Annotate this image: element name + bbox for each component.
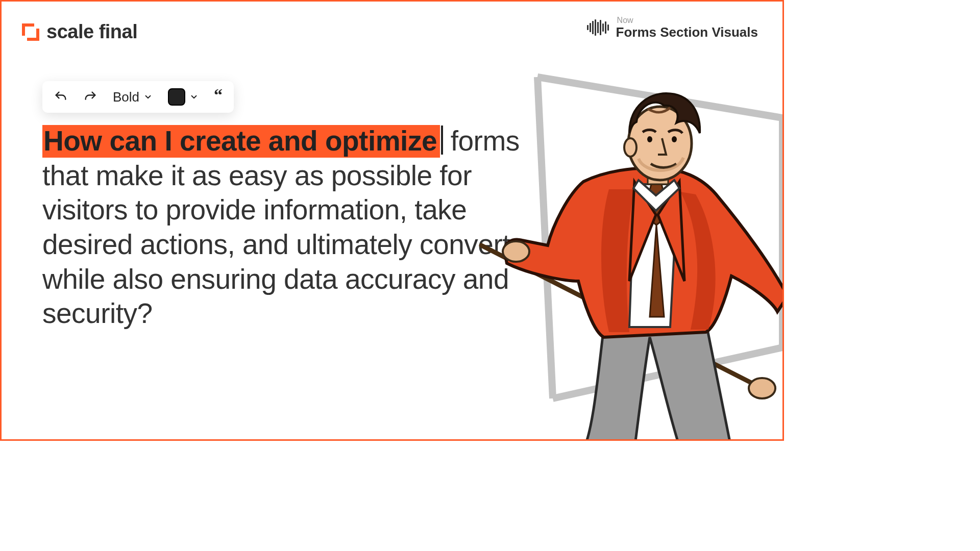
now-title: Forms Section Visuals [616, 25, 758, 40]
brand-name: scale final [46, 21, 137, 43]
now-label: Now [617, 16, 758, 25]
now-playing: Now Forms Section Visuals [587, 16, 758, 39]
undo-icon [54, 90, 68, 104]
svg-point-8 [672, 136, 677, 142]
quote-icon: “ [214, 90, 223, 100]
color-swatch-icon [168, 88, 185, 106]
svg-marker-1 [644, 184, 669, 225]
chevron-down-icon [143, 92, 153, 102]
brand-logo-mark-icon [22, 23, 39, 41]
blockquote-button[interactable]: “ [212, 90, 225, 104]
redo-button[interactable] [81, 88, 100, 106]
headline-highlighted: How can I create and optimize [42, 125, 440, 158]
text-color-dropdown[interactable] [166, 86, 201, 108]
chevron-down-icon [189, 92, 199, 102]
svg-point-7 [647, 136, 652, 142]
svg-point-6 [624, 138, 636, 157]
redo-icon [83, 90, 97, 104]
svg-rect-4 [648, 164, 668, 184]
font-weight-dropdown[interactable]: Bold [111, 87, 155, 107]
soundwave-icon [587, 19, 609, 36]
svg-point-3 [749, 378, 775, 398]
brand-logo: scale final [22, 21, 137, 43]
svg-point-5 [628, 107, 692, 180]
undo-button[interactable] [52, 88, 70, 106]
slide-frame: scale final Now Forms Section Visuals Bo… [0, 0, 784, 441]
font-weight-label: Bold [113, 89, 139, 105]
editor-toolbar: Bold “ [42, 81, 234, 113]
headline-text: How can I create and optimize forms that… [42, 124, 527, 331]
